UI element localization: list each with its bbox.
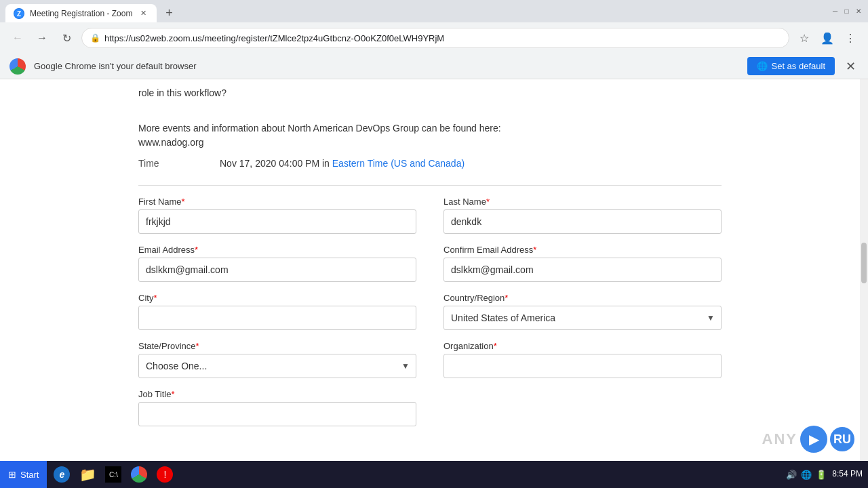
- description-block: role in this workflow? More events and i…: [138, 86, 722, 150]
- time-row: Time Nov 17, 2020 04:00 PM in Eastern Ti…: [138, 158, 722, 169]
- minimize-button[interactable]: ─: [831, 7, 840, 16]
- state-select[interactable]: Choose One... Alabama Alaska California …: [138, 354, 416, 378]
- city-input[interactable]: [138, 306, 416, 330]
- start-icon: ⊞: [8, 469, 16, 480]
- taskbar-ie-item[interactable]: e: [50, 462, 74, 487]
- tab-title: Meeting Registration - Zoom: [30, 9, 132, 18]
- info-bar-close-button[interactable]: ✕: [843, 56, 859, 77]
- email-label: Email Address*: [138, 245, 416, 255]
- set-default-button[interactable]: 🌐 Set as default: [747, 57, 835, 75]
- set-default-globe-icon: 🌐: [757, 61, 768, 71]
- new-tab-button[interactable]: +: [159, 3, 178, 22]
- start-button[interactable]: ⊞ Start: [0, 461, 47, 488]
- profile-button[interactable]: 👤: [818, 28, 837, 47]
- workflow-text: role in this workflow?: [138, 86, 722, 100]
- close-button[interactable]: ✕: [854, 7, 863, 16]
- organization-required: *: [494, 341, 497, 351]
- more-info-text: More events and information about North …: [138, 121, 722, 136]
- watermark-play-icon: ▶: [809, 431, 819, 447]
- info-bar: Google Chrome isn't your default browser…: [0, 54, 868, 79]
- chrome-logo-icon: [9, 58, 26, 75]
- taskbar-time-text: 8:54 PM: [832, 469, 863, 480]
- scrollbar-thumb[interactable]: [861, 243, 867, 283]
- refresh-button[interactable]: ↻: [57, 28, 76, 47]
- organization-label: Organization*: [443, 341, 722, 351]
- lock-icon: 🔒: [90, 33, 100, 43]
- city-required: *: [153, 293, 157, 303]
- state-select-wrapper: Choose One... Alabama Alaska California …: [138, 354, 416, 378]
- state-label: State/Province*: [138, 341, 416, 351]
- taskbar-chrome-item[interactable]: [127, 462, 151, 487]
- organization-input[interactable]: [443, 354, 722, 378]
- last-name-required: *: [486, 197, 490, 207]
- active-tab[interactable]: Z Meeting Registration - Zoom ✕: [5, 4, 157, 22]
- city-group: City*: [138, 293, 416, 330]
- confirm-email-group: Confirm Email Address*: [443, 245, 722, 282]
- time-value: Nov 17, 2020 04:00 PM in Eastern Time (U…: [220, 158, 465, 169]
- timezone-link[interactable]: Eastern Time (US and Canada): [332, 158, 465, 169]
- page-content: role in this workflow? More events and i…: [0, 79, 868, 488]
- tab-favicon: Z: [14, 8, 24, 19]
- maximize-button[interactable]: □: [842, 7, 851, 16]
- content-area: role in this workflow? More events and i…: [125, 79, 735, 426]
- taskbar-antivirus-item[interactable]: !: [153, 462, 177, 487]
- tray-icons: 🔊 🌐 🔋: [786, 470, 827, 480]
- taskbar-folder-icon: 📁: [79, 466, 96, 483]
- taskbar-ie-icon: e: [54, 466, 70, 483]
- nav-bar: ← → ↻ 🔒 https://us02web.zoom.us/meeting/…: [0, 22, 868, 54]
- taskbar-antivirus-icon: !: [157, 466, 173, 483]
- last-name-group: Last Name*: [443, 197, 722, 234]
- taskbar: ⊞ Start e 📁 C:\ ! 🔊 🌐 🔋 8:54 PM: [0, 461, 868, 488]
- taskbar-clock: 8:54 PM: [832, 469, 863, 480]
- email-group: Email Address*: [138, 245, 416, 282]
- job-title-required: *: [171, 389, 174, 399]
- taskbar-cmd-item[interactable]: C:\: [101, 462, 125, 487]
- registration-form: First Name* Last Name* Ema: [138, 197, 722, 426]
- city-label: City*: [138, 293, 416, 303]
- nav-icons: ☆ 👤 ⋮: [795, 28, 860, 47]
- taskbar-chrome-icon: [131, 466, 147, 483]
- menu-button[interactable]: ⋮: [841, 28, 860, 47]
- state-required: *: [196, 341, 199, 351]
- tab-close-button[interactable]: ✕: [138, 8, 149, 19]
- scrollbar-track: [861, 79, 867, 488]
- taskbar-cmd-icon: C:\: [105, 466, 121, 483]
- last-name-label: Last Name*: [443, 197, 722, 207]
- nadog-link[interactable]: www.nadog.org: [138, 136, 722, 150]
- tray-battery-icon[interactable]: 🔋: [816, 470, 827, 480]
- forward-button[interactable]: →: [33, 28, 52, 47]
- url-text: https://us02web.zoom.us/meeting/register…: [104, 33, 781, 43]
- first-name-input[interactable]: [138, 209, 416, 234]
- job-title-group: Job Title*: [138, 389, 416, 426]
- job-title-label: Job Title*: [138, 389, 416, 399]
- scrollbar[interactable]: [860, 79, 868, 488]
- set-default-label: Set as default: [772, 61, 826, 71]
- job-title-input[interactable]: [138, 402, 416, 426]
- bookmark-button[interactable]: ☆: [795, 28, 814, 47]
- tray-volume-icon[interactable]: 🔊: [786, 470, 797, 480]
- confirm-email-required: *: [533, 245, 536, 255]
- last-name-input[interactable]: [443, 209, 722, 234]
- tab-bar: Z Meeting Registration - Zoom ✕ +: [5, 0, 828, 22]
- watermark-logo: RU: [830, 427, 854, 451]
- confirm-email-label: Confirm Email Address*: [443, 245, 722, 255]
- page-scroll: role in this workflow? More events and i…: [0, 79, 860, 488]
- taskbar-folder-item[interactable]: 📁: [75, 462, 100, 487]
- tray-network-icon[interactable]: 🌐: [801, 470, 812, 480]
- country-select-wrapper: United States of America Canada United K…: [443, 306, 722, 330]
- address-bar[interactable]: 🔒 https://us02web.zoom.us/meeting/regist…: [81, 28, 789, 48]
- first-name-required: *: [182, 197, 185, 207]
- window-controls: ─ □ ✕: [831, 7, 863, 16]
- confirm-email-input[interactable]: [443, 258, 722, 282]
- time-label: Time: [138, 158, 193, 169]
- organization-group: Organization*: [443, 341, 722, 378]
- country-label: Country/Region*: [443, 293, 722, 303]
- anyrun-watermark: ANY ▶ RU: [762, 426, 854, 453]
- first-name-group: First Name*: [138, 197, 416, 234]
- back-button[interactable]: ←: [8, 28, 27, 47]
- email-input[interactable]: [138, 258, 416, 282]
- country-select[interactable]: United States of America Canada United K…: [443, 306, 722, 330]
- form-divider: [138, 185, 722, 186]
- info-bar-text: Google Chrome isn't your default browser: [34, 61, 739, 71]
- state-group: State/Province* Choose One... Alabama Al…: [138, 341, 416, 378]
